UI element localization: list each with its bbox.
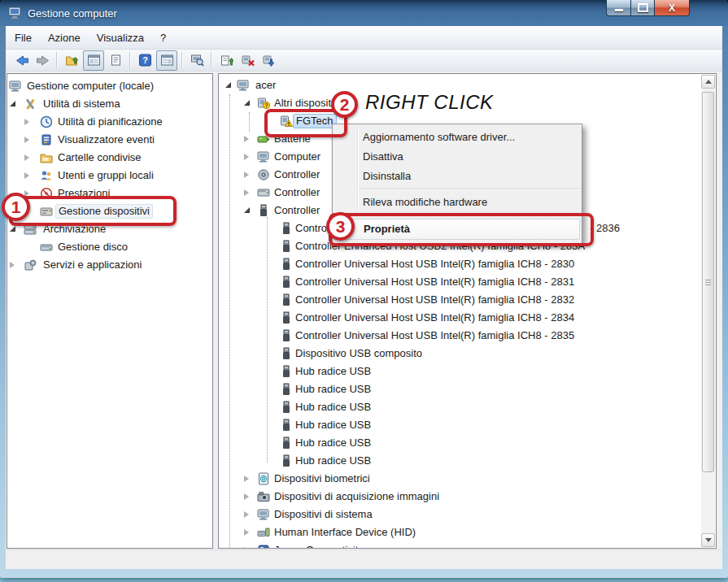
expand-icon[interactable]	[24, 154, 29, 161]
tree-item-utenti-e-gruppi-locali[interactable]: Utenti e gruppi locali	[7, 167, 212, 185]
tree-item-hub-radice-usb[interactable]: Hub radice USB	[219, 380, 716, 398]
usb-icon	[280, 454, 293, 467]
tree-item-controller-universal-host-usb-intel-r-famiglia-ich8-2832[interactable]: Controller Universal Host USB Intel(R) f…	[219, 291, 716, 309]
expand-icon[interactable]	[244, 547, 249, 549]
svg-text:?: ?	[142, 55, 148, 65]
tree-item-controller-universal-host-usb-intel-r-famiglia-ich8-2831[interactable]: Controller Universal Host USB Intel(R) f…	[219, 273, 716, 291]
annotation-circle-step-3: 3	[326, 212, 355, 241]
tree-item-gestione-computer-locale[interactable]: Gestione computer (locale)	[7, 77, 212, 95]
annotation-circle-step-2: 2	[331, 91, 358, 118]
tree-item-label: Utilità di sistema	[41, 97, 123, 111]
tree-item-servizi-e-applicazioni[interactable]: Servizi e applicazioni	[7, 256, 212, 274]
users-icon	[40, 169, 53, 182]
tree-item-jungo-connectivity[interactable]: Jungo Connectivity	[219, 541, 716, 549]
tree-item-dispositivi-di-acquisizione-immagini[interactable]: Dispositivi di acquisizione immagini	[219, 488, 716, 506]
tree-item-label: Computer	[272, 150, 323, 164]
tree-item-human-interface-device-hid[interactable]: Human Interface Device (HID)	[219, 523, 716, 541]
tree-item-hub-radice-usb[interactable]: Hub radice USB	[219, 398, 716, 416]
computer-icon	[257, 150, 270, 163]
computer-management-window: Gestione computer X FileAzioneVisualizza…	[0, 0, 728, 578]
menu-visualizza[interactable]: Visualizza	[89, 28, 151, 47]
context-menu-item-rileva-modifiche-hardware[interactable]: Rileva modifiche hardware	[333, 193, 582, 212]
expand-icon[interactable]	[244, 136, 249, 142]
collapse-icon[interactable]	[10, 226, 15, 232]
expand-icon[interactable]	[244, 529, 249, 536]
disable-device-icon[interactable]	[238, 51, 257, 70]
back-icon[interactable]	[11, 51, 31, 70]
annotation-label-right-click: RIGHT CLICK	[365, 91, 494, 114]
expand-icon[interactable]	[24, 172, 29, 179]
show-console-tree-icon[interactable]	[62, 51, 81, 70]
toolbar-separator	[129, 52, 131, 68]
jungo-icon	[257, 544, 270, 549]
console-tree-panel: Gestione computer (locale)Utilità di sis…	[7, 73, 213, 549]
tree-item-controller-universal-host-usb-intel-r-famiglia-ich8-2835[interactable]: Controller Universal Host USB Intel(R) f…	[219, 327, 716, 345]
tree-item-label: Visualizzatore eventi	[55, 132, 157, 147]
expand-icon[interactable]	[244, 154, 249, 160]
app-icon	[8, 7, 23, 20]
window-title: Gestione computer	[28, 7, 117, 20]
collapse-icon[interactable]	[225, 82, 231, 88]
show-action-pane-icon[interactable]	[156, 50, 177, 71]
collapse-icon[interactable]	[244, 100, 250, 106]
toolbar: ?	[6, 50, 722, 72]
expand-icon[interactable]	[244, 189, 249, 196]
tree-item-cartelle-condivise[interactable]: Cartelle condivise	[7, 149, 212, 167]
tree-item-label: Controller Universal Host USB Intel(R) f…	[293, 293, 577, 307]
tree-item-controller-universal-host-usb-intel-r-famiglia-ich8-2830[interactable]: Controller Universal Host USB Intel(R) f…	[219, 255, 716, 273]
tree-item-label: Controller Universal Host USB Intel(R) f…	[293, 311, 577, 325]
expand-icon[interactable]	[24, 119, 29, 125]
menu-file[interactable]: File	[7, 28, 39, 47]
expand-icon[interactable]	[244, 493, 249, 500]
context-menu-item-disinstalla[interactable]: Disinstalla	[333, 167, 582, 186]
menu-azione[interactable]: Azione	[41, 28, 88, 47]
close-button[interactable]: X	[654, 0, 690, 16]
tree-item-label: Controller Universal Host USB Intel(R) f…	[293, 275, 577, 289]
context-menu-item-disattiva[interactable]: Disattiva	[333, 147, 582, 167]
tree-connector-line	[229, 94, 230, 549]
usb-icon	[280, 365, 293, 378]
menu-help[interactable]: ?	[153, 28, 173, 47]
tree-item-hub-radice-usb[interactable]: Hub radice USB	[219, 452, 716, 470]
minimize-button[interactable]	[606, 0, 631, 16]
expand-icon[interactable]	[244, 172, 249, 178]
client-area: FileAzioneVisualizza? ? Gestione compute…	[6, 26, 722, 569]
tree-item-dispositivo-usb-composito[interactable]: Dispositivo USB composito	[219, 345, 716, 363]
tree-item-hub-radice-usb[interactable]: Hub radice USB	[219, 416, 716, 434]
tree-item-gestione-disco[interactable]: Gestione disco	[7, 238, 212, 256]
tree-item-label: Human Interface Device (HID)	[272, 525, 418, 540]
tree-item-controller-universal-host-usb-intel-r-famiglia-ich8-2834[interactable]: Controller Universal Host USB Intel(R) f…	[219, 309, 716, 327]
menu-separator	[359, 189, 580, 190]
expand-icon[interactable]	[244, 511, 249, 518]
scan-computer-icon[interactable]	[187, 51, 207, 70]
usb-icon	[280, 347, 293, 360]
tree-item-hub-radice-usb[interactable]: Hub radice USB	[219, 363, 716, 380]
tree-item-utilit-di-pianificazione[interactable]: Utilità di pianificazione	[7, 113, 212, 131]
ide-icon	[257, 186, 270, 199]
tree-item-utilit-di-sistema[interactable]: Utilità di sistema	[7, 95, 212, 113]
toolbar-separator	[211, 52, 212, 68]
tree-item-label: Hub radice USB	[293, 382, 373, 397]
toolbar-separator	[56, 52, 58, 68]
expand-icon[interactable]	[10, 262, 15, 268]
tree-item-visualizzatore-eventi[interactable]: Visualizzatore eventi	[7, 131, 212, 149]
help-icon[interactable]: ?	[135, 51, 155, 70]
export-list-icon[interactable]	[106, 51, 125, 70]
expand-icon[interactable]	[24, 137, 29, 143]
tree-item-label: Hub radice USB	[293, 400, 373, 415]
context-menu-item-aggiornamento-software-driver[interactable]: Aggiornamento software driver...	[333, 128, 582, 147]
hid-icon	[257, 526, 270, 539]
maximize-button[interactable]	[631, 0, 654, 16]
tree-item-hub-radice-usb[interactable]: Hub radice USB	[219, 434, 716, 452]
update-driver-icon[interactable]	[216, 51, 236, 70]
expand-icon[interactable]	[244, 476, 249, 482]
close-icon: X	[669, 2, 675, 14]
console-window-icon[interactable]	[83, 50, 104, 71]
tree-item-dispositivi-di-sistema[interactable]: Dispositivi di sistema	[219, 506, 716, 523]
scan-hardware-icon[interactable]	[259, 51, 278, 70]
forward-icon[interactable]	[33, 51, 52, 70]
collapse-icon[interactable]	[244, 207, 250, 213]
tree-item-dispositivi-biometrici[interactable]: Dispositivi biometrici	[219, 470, 716, 488]
tree-item-label: Hub radice USB	[293, 436, 373, 450]
collapse-icon[interactable]	[10, 101, 15, 106]
